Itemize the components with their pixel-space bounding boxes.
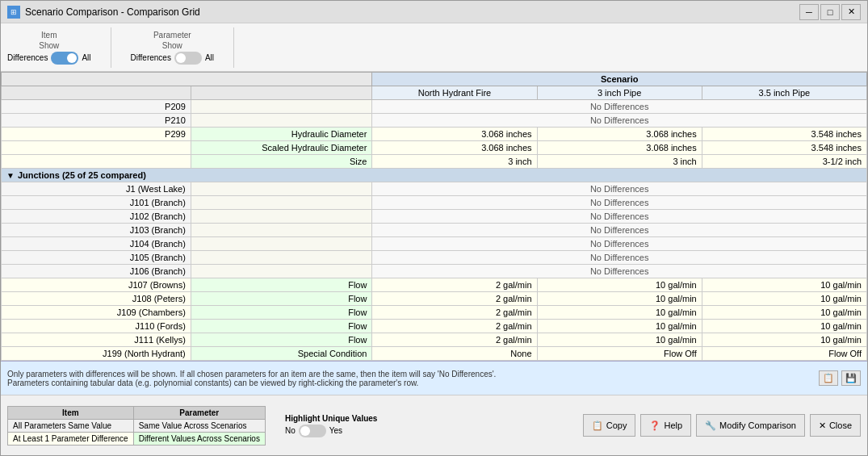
- item-cell: J104 (Branch): [2, 237, 191, 251]
- grid-scroll[interactable]: Scenario North Hydrant Fire 3 inch Pipe …: [1, 72, 867, 361]
- parameter-group: Parameter Show Differences All: [131, 31, 215, 65]
- table-row: J199 (North Hydrant) Special Condition N…: [2, 347, 867, 361]
- close-window-button[interactable]: ✕: [841, 4, 861, 20]
- item-cell: J199 (North Hydrant): [2, 347, 191, 361]
- help-button[interactable]: ❓ Help: [640, 414, 691, 437]
- parameter-cell: [191, 224, 372, 237]
- no-diff-cell: No Differences: [372, 251, 867, 265]
- table-row: J108 (Peters) Flow 2 gal/min 10 gal/min …: [2, 292, 867, 306]
- table-row: J107 (Browns) Flow 2 gal/min 10 gal/min …: [2, 278, 867, 292]
- table-row: J102 (Branch) No Differences: [2, 210, 867, 224]
- close-label: Close: [829, 420, 852, 430]
- value-cell-1: 3.068 inches: [372, 141, 537, 155]
- parameter-cell: [191, 265, 372, 278]
- no-diff-cell: No Differences: [372, 182, 867, 196]
- value-cell-3: 10 gal/min: [702, 320, 866, 333]
- value-cell-2: Flow Off: [537, 347, 702, 361]
- minimize-button[interactable]: ─: [799, 4, 819, 20]
- value-cell-2: 10 gal/min: [537, 306, 702, 320]
- item-cell: J109 (Chambers): [2, 306, 191, 320]
- table-row: J101 (Branch) No Differences: [2, 196, 867, 210]
- parameter-cell: Flow: [191, 320, 372, 333]
- app-icon: ⊞: [7, 6, 20, 19]
- modify-button[interactable]: 🔧 Modify Comparison: [696, 414, 805, 437]
- table-row: P209 No Differences: [2, 100, 867, 114]
- value-cell-1: 3 inch: [372, 155, 537, 169]
- title-bar: ⊞ Scenario Comparison - Comparison Grid …: [1, 1, 867, 23]
- parameter-cell: Size: [191, 155, 372, 169]
- toolbar-divider-2: [233, 27, 234, 68]
- comparison-grid: Scenario North Hydrant Fire 3 inch Pipe …: [1, 72, 867, 361]
- item-cell: [2, 155, 191, 169]
- status-bar: Only parameters with differences will be…: [1, 361, 867, 395]
- legend-parameter-header: Parameter: [133, 406, 265, 419]
- parameter-toggle[interactable]: [174, 52, 202, 65]
- item-cell: J107 (Browns): [2, 278, 191, 292]
- no-diff-cell: No Differences: [372, 237, 867, 251]
- parameter-cell: Scaled Hydraulic Diameter: [191, 141, 372, 155]
- highlight-group: Highlight Unique Values No Yes: [285, 414, 377, 437]
- item-cell: J105 (Branch): [2, 251, 191, 265]
- value-cell-3: 3.548 inches: [702, 128, 866, 141]
- copy-icon: 📋: [592, 420, 603, 431]
- value-cell-1: None: [372, 347, 537, 361]
- item-cell: P209: [2, 100, 191, 114]
- value-cell-2: 3.068 inches: [537, 141, 702, 155]
- parameter-cell: Flow: [191, 278, 372, 292]
- help-icon: ❓: [649, 420, 660, 431]
- scenario-col-1: North Hydrant Fire: [372, 86, 537, 100]
- item-cell: J101 (Branch): [2, 196, 191, 210]
- parameter-cell: [191, 182, 372, 196]
- scenario-col-2: 3 inch Pipe: [537, 86, 702, 100]
- value-cell-3: 3-1/2 inch: [702, 155, 866, 169]
- item-group: Item Show Differences All: [7, 31, 91, 65]
- save-icon-btn[interactable]: 💾: [841, 370, 861, 386]
- parameter-differences-label: Differences: [131, 53, 171, 62]
- no-diff-cell: No Differences: [372, 196, 867, 210]
- window-title: Scenario Comparison - Comparison Grid: [25, 6, 200, 18]
- scenario-subheader-row: North Hydrant Fire 3 inch Pipe 3.5 inch …: [2, 86, 867, 100]
- value-cell-3: 10 gal/min: [702, 306, 866, 320]
- export-icon-btn[interactable]: 📋: [819, 370, 838, 386]
- main-window: ⊞ Scenario Comparison - Comparison Grid …: [0, 0, 868, 456]
- table-row: J103 (Branch) No Differences: [2, 224, 867, 237]
- highlight-toggle[interactable]: [299, 425, 326, 437]
- table-row: P299 Hydraulic Diameter 3.068 inches 3.0…: [2, 128, 867, 141]
- item-cell: J102 (Branch): [2, 210, 191, 224]
- parameter-cell: Special Condition: [191, 347, 372, 361]
- parameter-cell: [191, 196, 372, 210]
- item-all-label: All: [82, 53, 90, 62]
- close-button[interactable]: ✕ Close: [810, 414, 861, 437]
- item-cell: [2, 141, 191, 155]
- modify-label: Modify Comparison: [719, 420, 796, 430]
- value-cell-1: 3.068 inches: [372, 128, 537, 141]
- scenario-header: Scenario: [372, 73, 867, 86]
- legend-param-1: Same Value Across Scenarios: [133, 419, 265, 432]
- bottom-bar: Item Parameter All Parameters Same Value…: [1, 395, 867, 455]
- item-toggle[interactable]: [51, 52, 78, 65]
- value-cell-1: 2 gal/min: [372, 320, 537, 333]
- legend-row-2: At Least 1 Parameter Difference Differen…: [8, 432, 266, 445]
- legend-item-1: All Parameters Same Value: [8, 419, 134, 432]
- value-cell-2: 10 gal/min: [537, 278, 702, 292]
- value-cell-3: 3.548 inches: [702, 141, 866, 155]
- parameter-cell: Flow: [191, 292, 372, 306]
- parameter-cell: [191, 251, 372, 265]
- copy-button[interactable]: 📋 Copy: [583, 414, 636, 437]
- legend-row-1: All Parameters Same Value Same Value Acr…: [8, 419, 266, 432]
- highlight-no-label: No: [285, 426, 296, 435]
- table-row: J104 (Branch) No Differences: [2, 237, 867, 251]
- parameter-cell: [191, 114, 372, 128]
- maximize-button[interactable]: □: [820, 4, 840, 20]
- window-controls: ─ □ ✕: [799, 4, 861, 20]
- table-row: J106 (Branch) No Differences: [2, 265, 867, 278]
- no-diff-cell: No Differences: [372, 100, 867, 114]
- value-cell-2: 10 gal/min: [537, 292, 702, 306]
- no-diff-cell: No Differences: [372, 210, 867, 224]
- table-row: Scaled Hydraulic Diameter 3.068 inches 3…: [2, 141, 867, 155]
- table-row: ▼Junctions (25 of 25 compared): [2, 169, 867, 182]
- item-differences-label: Differences: [7, 53, 48, 62]
- legend-item-header: Item: [8, 406, 134, 419]
- action-buttons: 📋 Copy ❓ Help 🔧 Modify Comparison ✕ Clos…: [583, 414, 861, 437]
- status-line-2: Parameters containing tabular data (e.g.…: [7, 379, 496, 387]
